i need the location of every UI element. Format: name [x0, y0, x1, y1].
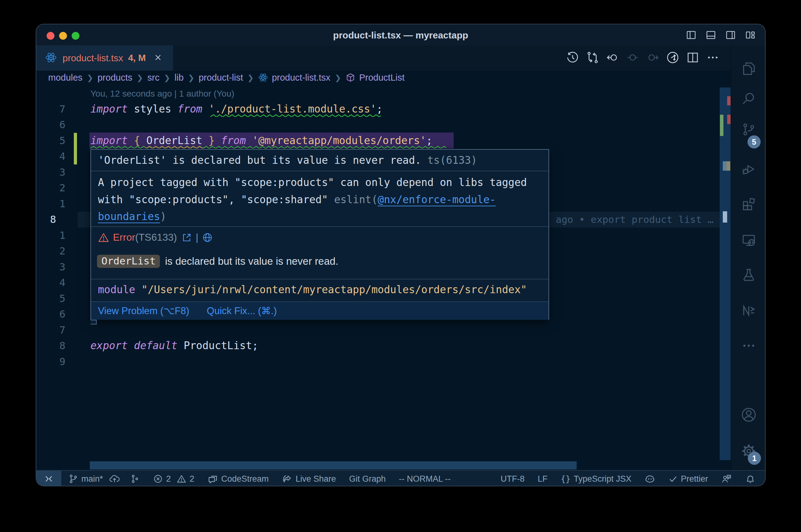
- breadcrumb-src[interactable]: src: [147, 73, 160, 83]
- line-number: 1: [47, 196, 66, 212]
- language-status[interactable]: {} TypeScript JSX: [561, 474, 632, 484]
- line-number: 1: [47, 228, 66, 244]
- quick-fix-action[interactable]: Quick Fix... (⌘.): [207, 305, 277, 317]
- breadcrumb-file[interactable]: product-list.tsx: [272, 73, 330, 83]
- window-title: product-list.tsx — myreactapp: [36, 24, 765, 45]
- source-control-badge: 5: [747, 135, 761, 149]
- hover-message: 'OrderList' is declared but its value is…: [98, 154, 477, 166]
- breadcrumb-lib[interactable]: lib: [175, 73, 184, 83]
- breadcrumb-products[interactable]: products: [98, 73, 132, 83]
- open-changes-icon[interactable]: [586, 51, 599, 65]
- vim-mode-status[interactable]: -- NORMAL --: [399, 474, 451, 484]
- blame-codelens[interactable]: You, 12 seconds ago | 1 author (You): [90, 87, 234, 101]
- remote-indicator[interactable]: [36, 471, 61, 486]
- extensions-icon[interactable]: [741, 196, 756, 213]
- hover-resize-grip[interactable]: [90, 320, 97, 324]
- tab-decoration: 4, M: [128, 53, 145, 63]
- symbol-module-icon: [345, 73, 356, 82]
- warning-triangle-icon: [98, 232, 109, 243]
- notifications-bell-icon[interactable]: [745, 474, 756, 484]
- toggle-secondary-sidebar-icon[interactable]: [725, 30, 736, 40]
- chevron-right-icon: ❯: [248, 73, 254, 82]
- code-editor[interactable]: 76543218123456789 ago • export product l…: [36, 84, 731, 470]
- eol-status[interactable]: LF: [538, 474, 548, 484]
- react-icon: [258, 73, 268, 82]
- more-views-icon[interactable]: [741, 338, 756, 355]
- hover-module-path: module "/Users/juri/nrwl/content/myreact…: [98, 284, 527, 296]
- overview-git-mark: [720, 115, 723, 136]
- customize-layout-icon[interactable]: [745, 30, 756, 40]
- eslint-rule-link[interactable]: @nx/enforce-module-: [378, 193, 496, 206]
- overview-cursor-mark: [723, 211, 727, 223]
- publish-changes-button[interactable]: [109, 474, 120, 484]
- line-number: 6: [47, 306, 66, 322]
- git-graph-status-icon[interactable]: [130, 474, 140, 484]
- explorer-icon[interactable]: [741, 61, 756, 77]
- status-bar: main* 2 2 CodeStream Live Share: [36, 470, 766, 486]
- encoding-status[interactable]: UTF-8: [500, 474, 525, 484]
- overview-selection-mark: [727, 161, 730, 171]
- more-actions-icon[interactable]: [706, 51, 719, 65]
- line-number: 7: [47, 101, 66, 117]
- nx-console-icon[interactable]: [741, 303, 756, 320]
- line-number: 8: [47, 338, 66, 354]
- inline-blame-annotation: ago • export product list …: [556, 212, 713, 228]
- line-number: 4: [47, 149, 66, 165]
- view-problem-action[interactable]: View Problem (⌥F8): [98, 305, 189, 317]
- globe-icon[interactable]: [202, 232, 213, 243]
- line-number: 3: [47, 259, 66, 275]
- breadcrumb-modules[interactable]: modules: [48, 73, 83, 83]
- horizontal-scrollbar[interactable]: [90, 461, 577, 470]
- title-bar: product-list.tsx — myreactapp: [36, 24, 765, 45]
- hover-status-bar: View Problem (⌥F8) Quick Fix... (⌘.): [91, 302, 548, 320]
- prettier-status[interactable]: Prettier: [668, 474, 708, 484]
- timeline-icon[interactable]: [566, 51, 579, 65]
- breadcrumb-symbol[interactable]: ProductList: [359, 73, 404, 83]
- error-squiggle: [146, 145, 204, 149]
- line-number: 2: [47, 243, 66, 259]
- breadcrumbs: modules ❯ products ❯ src ❯ lib ❯ product…: [36, 71, 731, 84]
- commit-graph-icon[interactable]: [666, 51, 679, 65]
- git-gutter-modified-indicator: [74, 133, 77, 165]
- accounts-icon[interactable]: [741, 407, 757, 424]
- hover-eslint-message: A project tagged with "scope:products" c…: [98, 174, 527, 225]
- codestream-status[interactable]: CodeStream: [207, 474, 269, 484]
- tab-product-list[interactable]: product-list.tsx 4, M: [36, 45, 173, 71]
- vertical-scrollbar[interactable]: [720, 88, 731, 460]
- git-graph-status[interactable]: Git Graph: [349, 474, 386, 484]
- eslint-rule-link[interactable]: boundaries: [98, 210, 160, 223]
- feedback-icon[interactable]: [721, 474, 732, 484]
- overview-error-mark: [727, 96, 731, 105]
- chevron-right-icon: ❯: [164, 73, 170, 82]
- line-number: 6: [47, 117, 66, 133]
- activity-bar: 5: [731, 45, 766, 470]
- open-docs-icon[interactable]: [181, 232, 192, 243]
- close-icon[interactable]: [153, 53, 163, 63]
- react-icon: [45, 52, 57, 65]
- hover-severity-row: Error(TS6133) |: [98, 232, 213, 243]
- remote-explorer-icon[interactable]: [741, 232, 756, 249]
- previous-change-icon[interactable]: [606, 51, 619, 65]
- toggle-primary-sidebar-icon[interactable]: [686, 30, 696, 40]
- chevron-right-icon: ❯: [335, 73, 341, 82]
- line-number: 2: [47, 180, 66, 196]
- problems-status[interactable]: 2 2: [153, 474, 194, 484]
- chevron-right-icon: ❯: [188, 73, 194, 82]
- breadcrumb-product-list[interactable]: product-list: [199, 73, 243, 83]
- testing-icon[interactable]: [741, 267, 756, 284]
- next-change-disabled-icon: [646, 51, 659, 65]
- search-icon[interactable]: [741, 91, 756, 108]
- error-hover-tooltip: 'OrderList' is declared but its value is…: [90, 149, 549, 320]
- symbol-chip: OrderList: [97, 255, 160, 268]
- previous-change-disabled-icon: [626, 51, 639, 65]
- line-number: 7: [47, 322, 66, 338]
- line-number: 5: [47, 291, 66, 307]
- tab-label: product-list.tsx: [62, 53, 123, 63]
- line-number: 8: [50, 212, 69, 228]
- live-share-status[interactable]: Live Share: [282, 474, 336, 484]
- toggle-panel-icon[interactable]: [706, 30, 716, 40]
- run-and-debug-icon[interactable]: [741, 162, 756, 178]
- copilot-status-icon[interactable]: [644, 474, 655, 484]
- split-editor-icon[interactable]: [686, 51, 699, 65]
- git-branch-status[interactable]: main*: [68, 474, 103, 484]
